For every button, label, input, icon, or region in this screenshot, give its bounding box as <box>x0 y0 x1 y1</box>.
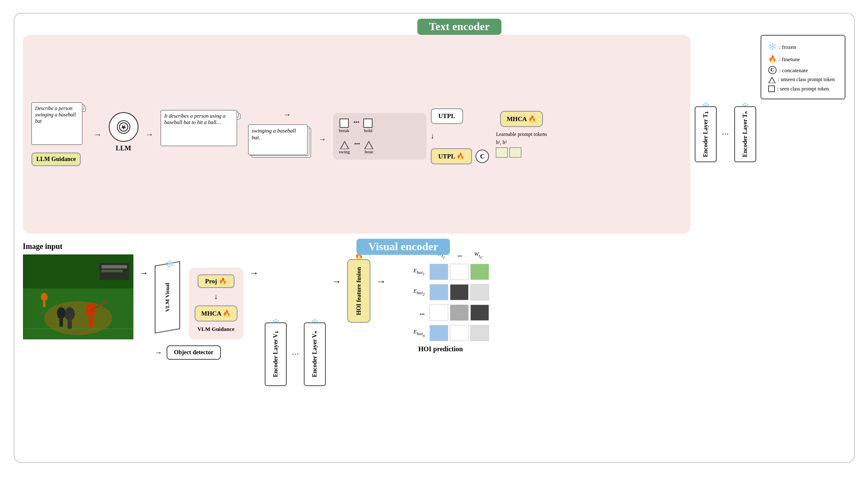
encoder-v1: Encoder Layer V₁ <box>265 322 287 386</box>
hoi-prediction-label: HOI prediction <box>418 345 463 353</box>
snowflake-icon: ❄️ <box>768 41 777 53</box>
proj-box: Proj 🔥 <box>198 274 235 288</box>
encoder-t1-wrapper: ❄️ Encoder Layer T₁ <box>695 106 717 162</box>
w-dots: ... <box>450 251 469 258</box>
unseen-label-1: swing <box>339 149 350 154</box>
utpl-fire-box: UTPL 🔥 <box>431 148 472 164</box>
triangle-1 <box>340 141 349 149</box>
vlm-guidance-label: VLM Guidance <box>198 326 235 333</box>
token-box-2 <box>509 147 521 158</box>
encoder-tn: Encoder Layer Tₙ <box>734 106 756 162</box>
arrow-to-encoder: → <box>319 135 326 144</box>
prompts-area: break ··· hold <box>333 113 427 160</box>
object-detector: Object detector <box>167 345 221 360</box>
seen-token-1: break <box>339 119 349 133</box>
triangle-2 <box>364 141 373 149</box>
square-icon-2 <box>363 119 373 128</box>
svg-rect-13 <box>102 265 127 268</box>
prompt-tokens: Learnable prompt tokens h¹, h² <box>496 131 547 158</box>
llm-label: LLM <box>116 144 131 152</box>
cell-4-1 <box>430 325 448 341</box>
square-legend-icon <box>768 85 775 92</box>
token-box-1 <box>496 147 508 158</box>
encoder-vn: Encoder Layer Vₙ <box>304 322 326 386</box>
seen-label-2: hold <box>364 128 373 133</box>
svg-rect-14 <box>102 270 123 272</box>
bottom-encoder-group: ❄️ Encoder Layer V₁ ··· ❄️ Encoder Layer… <box>265 255 326 454</box>
legend-frozen: ❄️ : frozen <box>768 41 838 53</box>
hoi-fusion-wrapper: 🔥 HOI feature fusion <box>347 259 370 454</box>
dots-seen: ··· <box>353 118 359 127</box>
input-papers: Describe a person swinging a baseball ba… <box>31 102 87 149</box>
svg-point-8 <box>57 307 65 319</box>
svg-point-2 <box>44 301 112 335</box>
cell-1-2 <box>450 264 469 280</box>
encoder-tn-wrapper: ❄️ Encoder Layer Tₙ <box>734 106 756 162</box>
encoder-v1-wrapper: ❄️ Encoder Layer V₁ <box>265 322 287 386</box>
arrow-proj-down: ↓ <box>214 292 218 301</box>
cell-2-1 <box>430 284 448 300</box>
legend-box: ❄️ : frozen 🔥 : finetune C : concatenate… <box>761 35 845 99</box>
legend-seen: : seen class prompt token <box>768 85 838 94</box>
text-encoder-label: Text encoder <box>417 19 502 35</box>
encoder-vn-wrapper: ❄️ Encoder Layer Vₙ <box>304 322 326 386</box>
arrow-to-object: → <box>155 348 162 357</box>
top-section: Text encoder Describe a person swinging … <box>23 22 845 234</box>
legend-concat: C : concatenate <box>768 65 838 75</box>
vlm-visual-shape: VLM Visual ❄️ <box>155 263 184 331</box>
svg-point-6 <box>65 307 75 321</box>
e-dots-label: ... <box>392 309 428 316</box>
utpl-col: UTPL ↓ UTPL 🔥 C <box>431 108 489 164</box>
e-hoi2-label: Ehoi2 <box>392 288 428 296</box>
seen-prompts: break ··· hold <box>339 118 421 133</box>
input-text-area: Describe a person swinging a baseball ba… <box>31 102 87 166</box>
cell-2-2 <box>450 284 469 300</box>
bottom-pink-inner: Proj 🔥 ↓ MHCA 🔥 VLM Guidance <box>189 268 243 339</box>
frozen-label: : frozen <box>779 42 796 52</box>
arrow-image-to-vlm: → <box>139 268 149 454</box>
baseball-image <box>23 254 133 339</box>
desc-papers: It describes a person using a baseball b… <box>161 110 241 159</box>
learnable-label: Learnable prompt tokens <box>496 131 547 138</box>
arrow-enc-to-hoi: → <box>332 276 341 454</box>
hoi-row-2: Ehoi2 <box>392 284 489 300</box>
arrow-utpl-down: ↓ <box>431 132 435 141</box>
cell-2-3 <box>470 284 489 300</box>
hoi-row-4: Ehoiq <box>392 325 489 341</box>
llm-circle <box>109 112 139 142</box>
mhca-area: → swinging a baseball bat. <box>248 110 326 163</box>
seen-token-2: hold <box>363 119 373 133</box>
cell-4-3 <box>470 325 489 341</box>
cell-3-1 <box>430 305 448 321</box>
desc-paper-front: It describes a person using a baseball b… <box>161 110 237 146</box>
hoi-feature-fusion: HOI feature fusion <box>347 259 370 323</box>
seen-label-1: break <box>339 128 349 133</box>
encoder-t1: Encoder Layer T₁ <box>695 106 717 162</box>
svg-rect-4 <box>89 316 93 327</box>
triangle-legend-icon <box>768 76 776 83</box>
hoi-prediction-area: Wt1 ... WtC Ehoi1 Ehoi2 ... <box>392 251 489 454</box>
fire-icon-legend: 🔥 <box>768 53 777 65</box>
image-input-label: Image input <box>23 242 63 251</box>
pink-top-box: Describe a person swinging a baseball ba… <box>23 35 691 234</box>
utpl-box-plain: UTPL <box>431 108 463 124</box>
unseen-token-2: hose <box>364 141 373 154</box>
cell-1-3 <box>470 264 489 280</box>
concat-icon: C <box>768 66 777 74</box>
llm-guidance-btn: LLM Guidance <box>31 152 81 166</box>
unseen-legend-label: : unseen class prompt token <box>778 75 835 85</box>
e-hoi1-label: Ehoi1 <box>392 267 428 276</box>
svg-rect-11 <box>43 301 45 307</box>
paper-front: Describe a person swinging a baseball ba… <box>31 102 82 145</box>
concat-circle: C <box>475 150 489 163</box>
encoder-top-dots: ··· <box>722 129 729 140</box>
cell-3-3 <box>470 305 489 321</box>
legend-finetune: 🔥 : finetune <box>768 53 838 65</box>
w-tc-label: WtC <box>469 251 488 260</box>
unseen-label-2: hose <box>365 149 373 154</box>
arrow3: → <box>283 110 291 119</box>
svg-rect-7 <box>68 321 72 329</box>
svg-rect-9 <box>59 319 63 327</box>
seen-legend-label: : seen class prompt token <box>778 85 829 94</box>
desc-text: It describes a person using a baseball b… <box>164 113 226 125</box>
